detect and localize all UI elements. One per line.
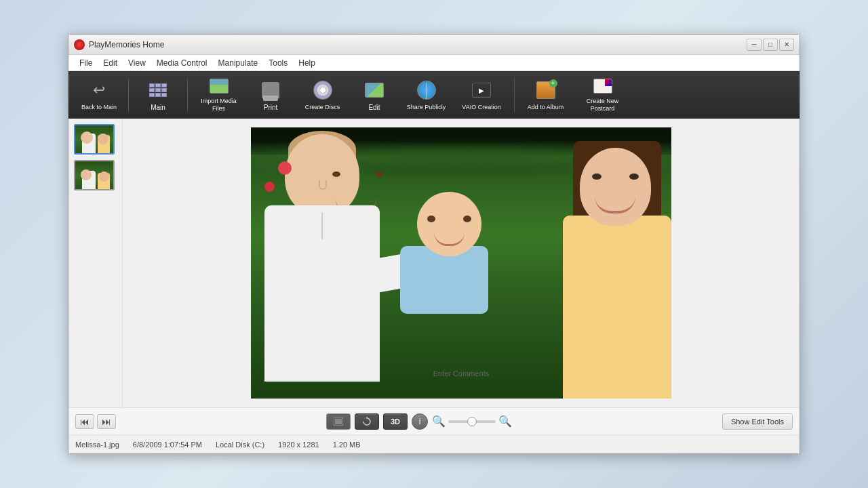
postcard-icon (592, 77, 614, 95)
share-publicly-label: Share Publicly (407, 104, 446, 111)
menu-help[interactable]: Help (293, 57, 321, 69)
thumbnail-image-2 (75, 161, 113, 190)
zoom-out-button[interactable]: 🔍 (432, 415, 446, 428)
main-button[interactable]: Main (134, 75, 182, 115)
main-icon (147, 79, 169, 101)
controls-bar: ⏮ ⏭ 3D i (68, 407, 800, 434)
import-icon (208, 77, 230, 95)
right-controls: Show Edit Tools (722, 413, 793, 430)
baby-right-eye (463, 216, 471, 222)
sidebar (68, 119, 123, 407)
prev-button[interactable]: ⏭ (97, 414, 116, 429)
main-label: Main (151, 104, 165, 111)
woman-right-eye (629, 174, 639, 180)
status-date: 6/8/2009 1:07:54 PM (133, 441, 202, 449)
thumbnail-image-1 (75, 125, 113, 154)
nav-controls: ⏮ ⏭ (75, 414, 116, 429)
info-button[interactable]: i (412, 413, 428, 430)
zoom-thumb (467, 417, 477, 426)
print-label: Print (264, 104, 278, 111)
toolbar: ↩ Back to Main Main Import Media Files (68, 71, 800, 119)
close-button[interactable]: ✕ (779, 39, 794, 51)
vaio-creation-button[interactable]: VAIO Creation (454, 75, 509, 115)
toolbar-separator-2 (187, 78, 188, 112)
menu-manipulate[interactable]: Manipulate (213, 57, 264, 69)
rotate-icon (362, 417, 372, 426)
add-to-album-label: Add to Album (528, 104, 564, 111)
baby-head (417, 192, 481, 256)
woman-smile (595, 197, 635, 214)
title-bar: PlayMemories Home ─ □ ✕ (68, 35, 800, 55)
baby-left-eye (427, 216, 435, 222)
app-icon (74, 39, 85, 50)
status-dimensions: 1920 x 1281 (278, 441, 319, 449)
edit-icon (363, 79, 385, 101)
title-bar-controls: ─ □ ✕ (747, 39, 794, 51)
zoom-in-icon: 🔍 (498, 415, 512, 428)
enter-comments-label: Enter Comments (433, 369, 490, 378)
create-new-postcard-label: Create New Postcard (576, 98, 629, 113)
baby-body (400, 246, 488, 314)
man-nose (319, 180, 327, 190)
back-to-main-button[interactable]: ↩ Back to Main (75, 75, 123, 115)
baby-mouth (434, 232, 465, 246)
3d-view-button[interactable]: 3D (383, 413, 408, 430)
rotate-view-button[interactable] (355, 413, 379, 430)
edit-button[interactable]: Edit (351, 75, 398, 115)
menu-tools[interactable]: Tools (263, 57, 293, 69)
app-window: PlayMemories Home ─ □ ✕ File Edit View M… (68, 34, 800, 454)
thumbnail-1[interactable] (74, 124, 115, 155)
prev-first-button[interactable]: ⏮ (75, 414, 94, 429)
toolbar-separator-1 (128, 78, 129, 112)
toolbar-separator-3 (514, 78, 515, 112)
status-bar: Melissa-1.jpg 6/8/2009 1:07:54 PM Local … (68, 434, 800, 453)
print-button[interactable]: Print (247, 75, 294, 115)
woman-head (580, 148, 651, 226)
show-edit-tools-button[interactable]: Show Edit Tools (722, 413, 793, 430)
shirt-detail (321, 212, 323, 239)
status-filename: Melissa-1.jpg (75, 441, 119, 449)
fit-icon (334, 418, 343, 426)
title-bar-left: PlayMemories Home (74, 39, 164, 50)
main-content: Enter Comments (68, 119, 800, 407)
back-arrow-icon: ↩ (88, 79, 110, 101)
create-discs-button[interactable]: Create Discs (297, 75, 348, 115)
main-photo (251, 127, 671, 399)
import-media-files-button[interactable]: Import Media Files (193, 75, 244, 115)
vaio-icon (471, 79, 492, 101)
man-eyes (332, 171, 383, 177)
create-new-postcard-button[interactable]: Create New Postcard (574, 75, 631, 115)
globe-icon (416, 79, 437, 101)
right-eye (375, 171, 383, 177)
photo-container: Enter Comments (123, 119, 800, 407)
zoom-slider[interactable] (448, 420, 496, 423)
maximize-button[interactable]: □ (763, 39, 778, 51)
menu-media-control[interactable]: Media Control (151, 57, 213, 69)
disc-icon (312, 79, 334, 101)
svg-rect-1 (335, 419, 342, 424)
add-to-album-button[interactable]: Add to Album (520, 75, 571, 115)
thumbnail-2[interactable] (74, 160, 115, 190)
print-icon (260, 79, 281, 101)
status-size: 1.20 MB (333, 441, 361, 449)
woman-body (563, 216, 671, 399)
window-title: PlayMemories Home (89, 40, 164, 49)
create-discs-label: Create Discs (305, 104, 340, 111)
flower (278, 161, 292, 175)
left-eye (332, 171, 340, 177)
menu-file[interactable]: File (74, 57, 98, 69)
3d-label: 3D (391, 418, 400, 426)
back-to-main-label: Back to Main (81, 104, 117, 111)
flower-2 (264, 182, 275, 192)
man-head (285, 134, 359, 216)
menu-edit[interactable]: Edit (98, 57, 123, 69)
view-controls: 3D i 🔍 🔍 (326, 413, 512, 430)
zoom-in-button[interactable]: 🔍 (498, 415, 512, 428)
minimize-button[interactable]: ─ (747, 39, 762, 51)
share-publicly-button[interactable]: Share Publicly (401, 75, 452, 115)
import-media-files-label: Import Media Files (196, 98, 241, 113)
status-location: Local Disk (C:) (216, 441, 264, 449)
fit-view-button[interactable] (326, 413, 351, 430)
menu-view[interactable]: View (123, 57, 151, 69)
woman-left-eye (592, 174, 601, 180)
